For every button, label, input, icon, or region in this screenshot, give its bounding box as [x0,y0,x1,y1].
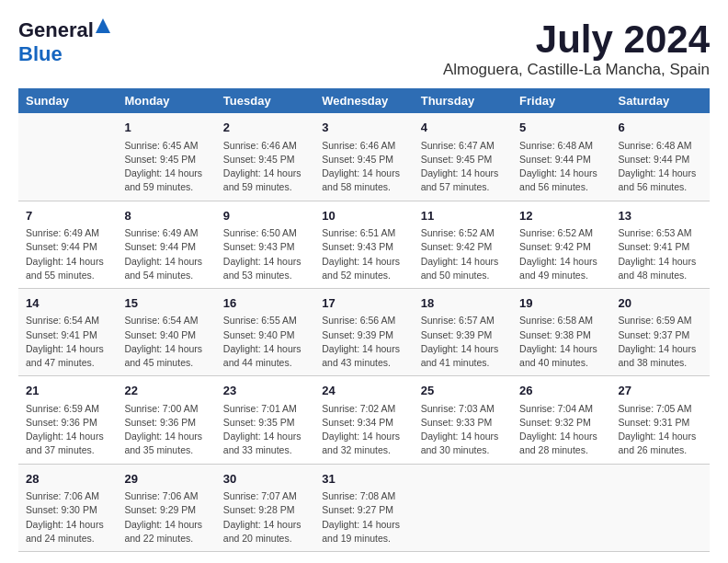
calendar-cell: 3Sunrise: 6:46 AMSunset: 9:45 PMDaylight… [314,113,413,201]
day-info: Sunrise: 6:49 AMSunset: 9:44 PMDaylight:… [26,226,109,282]
calendar-week-row: 7Sunrise: 6:49 AMSunset: 9:44 PMDaylight… [18,201,710,288]
day-number: 2 [223,119,307,137]
day-info: Sunrise: 7:03 AMSunset: 9:33 PMDaylight:… [421,402,505,458]
calendar-cell: 4Sunrise: 6:47 AMSunset: 9:45 PMDaylight… [414,113,512,201]
calendar-cell [18,113,117,201]
day-info: Sunrise: 6:47 AMSunset: 9:45 PMDaylight:… [421,139,505,195]
calendar-day-header: Wednesday [314,88,413,113]
day-info: Sunrise: 6:52 AMSunset: 9:42 PMDaylight:… [421,226,505,282]
calendar-cell: 14Sunrise: 6:54 AMSunset: 9:41 PMDayligh… [18,288,117,375]
day-info: Sunrise: 7:01 AMSunset: 9:35 PMDaylight:… [223,402,307,458]
day-number: 23 [223,382,307,400]
calendar-day-header: Monday [117,88,215,113]
calendar-cell: 28Sunrise: 7:06 AMSunset: 9:30 PMDayligh… [18,464,117,551]
day-number: 13 [619,207,702,225]
day-number: 6 [619,119,702,137]
day-info: Sunrise: 6:58 AMSunset: 9:38 PMDaylight:… [519,314,603,370]
calendar-day-header: Tuesday [216,88,314,113]
calendar-cell: 6Sunrise: 6:48 AMSunset: 9:44 PMDaylight… [611,113,710,201]
day-number: 7 [26,207,109,225]
calendar-cell [414,464,512,551]
day-info: Sunrise: 6:59 AMSunset: 9:36 PMDaylight:… [26,402,109,458]
calendar-cell: 31Sunrise: 7:08 AMSunset: 9:27 PMDayligh… [314,464,413,551]
day-info: Sunrise: 6:50 AMSunset: 9:43 PMDaylight:… [223,226,307,282]
day-info: Sunrise: 6:57 AMSunset: 9:39 PMDaylight:… [421,314,505,370]
calendar-title-area: July 2024 Almoguera, Castille-La Mancha,… [443,18,710,79]
day-info: Sunrise: 7:00 AMSunset: 9:36 PMDaylight:… [124,402,208,458]
day-number: 31 [322,470,405,488]
day-number: 11 [421,207,505,225]
day-number: 3 [322,119,405,137]
calendar-cell: 10Sunrise: 6:51 AMSunset: 9:43 PMDayligh… [314,201,413,288]
calendar-cell: 12Sunrise: 6:52 AMSunset: 9:42 PMDayligh… [512,201,610,288]
day-number: 22 [124,382,208,400]
day-info: Sunrise: 6:48 AMSunset: 9:44 PMDaylight:… [519,139,603,195]
month-year-title: July 2024 [443,18,710,61]
calendar-cell: 7Sunrise: 6:49 AMSunset: 9:44 PMDaylight… [18,201,117,288]
day-number: 15 [124,294,208,313]
day-info: Sunrise: 6:59 AMSunset: 9:37 PMDaylight:… [619,314,702,370]
calendar-day-header: Saturday [611,88,710,113]
calendar-cell: 8Sunrise: 6:49 AMSunset: 9:44 PMDaylight… [117,201,215,288]
calendar-day-header: Sunday [18,88,117,113]
location-subtitle: Almoguera, Castille-La Mancha, Spain [443,61,710,79]
day-info: Sunrise: 6:49 AMSunset: 9:44 PMDaylight:… [124,226,208,282]
calendar-cell: 24Sunrise: 7:02 AMSunset: 9:34 PMDayligh… [314,376,413,464]
day-number: 29 [124,470,208,488]
calendar-week-row: 14Sunrise: 6:54 AMSunset: 9:41 PMDayligh… [18,288,710,375]
calendar-cell: 21Sunrise: 6:59 AMSunset: 9:36 PMDayligh… [18,376,117,464]
logo: General Blue [18,18,110,66]
day-info: Sunrise: 7:05 AMSunset: 9:31 PMDaylight:… [619,402,702,458]
day-number: 19 [519,294,603,313]
calendar-cell: 25Sunrise: 7:03 AMSunset: 9:33 PMDayligh… [414,376,512,464]
calendar-cell [611,464,710,551]
day-info: Sunrise: 7:08 AMSunset: 9:27 PMDaylight:… [322,489,405,546]
day-number: 25 [421,382,505,400]
day-info: Sunrise: 6:48 AMSunset: 9:44 PMDaylight:… [619,139,702,195]
day-info: Sunrise: 7:07 AMSunset: 9:28 PMDaylight:… [223,489,307,546]
logo-blue: Blue [18,42,63,65]
calendar-cell: 20Sunrise: 6:59 AMSunset: 9:37 PMDayligh… [611,288,710,375]
logo-general: General [18,18,94,42]
day-number: 30 [223,470,307,488]
calendar-cell: 15Sunrise: 6:54 AMSunset: 9:40 PMDayligh… [117,288,215,375]
calendar-cell: 23Sunrise: 7:01 AMSunset: 9:35 PMDayligh… [216,376,314,464]
day-info: Sunrise: 6:55 AMSunset: 9:40 PMDaylight:… [223,314,307,370]
calendar-cell: 11Sunrise: 6:52 AMSunset: 9:42 PMDayligh… [414,201,512,288]
calendar-cell: 16Sunrise: 6:55 AMSunset: 9:40 PMDayligh… [216,288,314,375]
day-info: Sunrise: 7:02 AMSunset: 9:34 PMDaylight:… [322,402,405,458]
svg-marker-0 [96,18,110,33]
day-number: 5 [519,119,603,137]
day-info: Sunrise: 6:54 AMSunset: 9:41 PMDaylight:… [26,314,109,370]
calendar-cell [512,464,610,551]
calendar-header-row: SundayMondayTuesdayWednesdayThursdayFrid… [18,88,710,113]
day-number: 21 [26,382,109,400]
calendar-week-row: 1Sunrise: 6:45 AMSunset: 9:45 PMDaylight… [18,113,710,201]
calendar-cell: 2Sunrise: 6:46 AMSunset: 9:45 PMDaylight… [216,113,314,201]
day-number: 20 [619,294,702,313]
day-number: 18 [421,294,505,313]
day-info: Sunrise: 6:52 AMSunset: 9:42 PMDaylight:… [519,226,603,282]
calendar-day-header: Thursday [414,88,512,113]
calendar-cell: 9Sunrise: 6:50 AMSunset: 9:43 PMDaylight… [216,201,314,288]
day-info: Sunrise: 6:46 AMSunset: 9:45 PMDaylight:… [322,139,405,195]
day-number: 12 [519,207,603,225]
day-info: Sunrise: 6:56 AMSunset: 9:39 PMDaylight:… [322,314,405,370]
day-info: Sunrise: 6:51 AMSunset: 9:43 PMDaylight:… [322,226,405,282]
calendar-cell: 17Sunrise: 6:56 AMSunset: 9:39 PMDayligh… [314,288,413,375]
day-number: 10 [322,207,405,225]
logo-triangle-icon [96,18,110,33]
day-number: 27 [619,382,702,400]
day-number: 16 [223,294,307,313]
day-info: Sunrise: 6:46 AMSunset: 9:45 PMDaylight:… [223,139,307,195]
day-number: 9 [223,207,307,225]
calendar-cell: 19Sunrise: 6:58 AMSunset: 9:38 PMDayligh… [512,288,610,375]
day-info: Sunrise: 6:54 AMSunset: 9:40 PMDaylight:… [124,314,208,370]
calendar-cell: 26Sunrise: 7:04 AMSunset: 9:32 PMDayligh… [512,376,610,464]
day-info: Sunrise: 6:53 AMSunset: 9:41 PMDaylight:… [619,226,702,282]
calendar-cell: 30Sunrise: 7:07 AMSunset: 9:28 PMDayligh… [216,464,314,551]
calendar-cell: 1Sunrise: 6:45 AMSunset: 9:45 PMDaylight… [117,113,215,201]
calendar-week-row: 28Sunrise: 7:06 AMSunset: 9:30 PMDayligh… [18,464,710,551]
calendar-table: SundayMondayTuesdayWednesdayThursdayFrid… [18,88,710,552]
calendar-cell: 22Sunrise: 7:00 AMSunset: 9:36 PMDayligh… [117,376,215,464]
